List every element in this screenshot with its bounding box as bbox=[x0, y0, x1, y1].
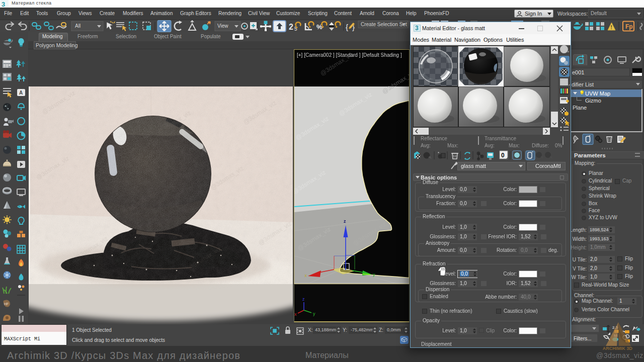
svg-text:All: All bbox=[75, 23, 80, 29]
svg-text:HF: HF bbox=[4, 302, 9, 306]
svg-text:2: 2 bbox=[289, 23, 293, 31]
svg-text:z: z bbox=[302, 297, 305, 302]
svg-text:x: x bbox=[304, 273, 307, 278]
svg-text:Create Selection Set: Create Selection Set bbox=[361, 22, 407, 27]
svg-text:z: z bbox=[344, 219, 346, 224]
svg-text:x: x bbox=[294, 312, 297, 317]
svg-text:[+] [Camera002 ] [Standard ] [: [+] [Camera002 ] [Standard ] [Default Sh… bbox=[297, 52, 402, 58]
svg-text:{: { bbox=[346, 23, 348, 31]
svg-text:Fp: Fp bbox=[625, 23, 633, 30]
svg-text:*: * bbox=[438, 151, 439, 155]
svg-text:0: 0 bbox=[501, 152, 505, 159]
svg-text:y: y bbox=[313, 311, 315, 316]
svg-text:A: A bbox=[19, 90, 23, 96]
svg-text:y: y bbox=[373, 272, 375, 277]
svg-text:!: ! bbox=[611, 25, 612, 30]
svg-text:ARCHIMIK 3D: ARCHIMIK 3D bbox=[603, 346, 633, 351]
svg-text:View: View bbox=[217, 23, 228, 29]
